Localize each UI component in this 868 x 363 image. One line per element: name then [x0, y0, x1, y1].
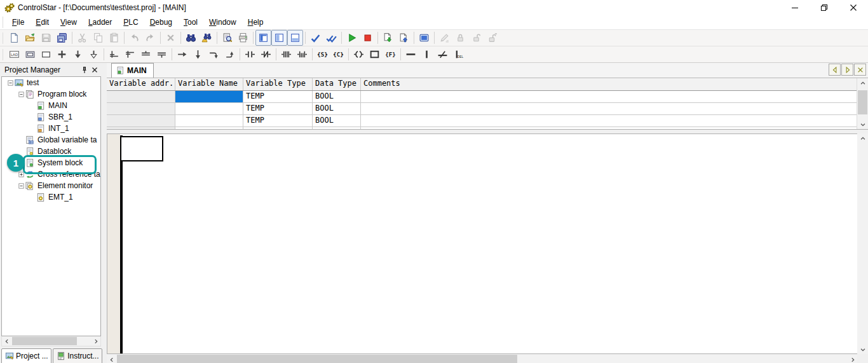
compile-all-button[interactable]	[323, 30, 339, 46]
expander-plus-icon[interactable]	[18, 171, 25, 178]
table-cell[interactable]: BOOL	[313, 103, 361, 114]
menu-tool[interactable]: Tool	[178, 15, 203, 29]
tree-item-global-variable-ta[interactable]: Global variable ta	[2, 134, 100, 146]
empty-cell-button[interactable]	[38, 46, 54, 62]
upload-from-plc-button[interactable]	[396, 30, 412, 46]
panel-tab-project[interactable]: Project ...	[1, 348, 51, 363]
compile-button[interactable]	[308, 30, 323, 46]
project-tree-hscrollbar[interactable]	[1, 336, 101, 346]
tree-item-element-monitor[interactable]: Element monitor	[2, 180, 100, 191]
stop-button[interactable]	[360, 30, 376, 46]
menu-help[interactable]: Help	[242, 15, 269, 29]
table-cell[interactable]: BOOL	[313, 115, 361, 127]
table-cell[interactable]	[175, 91, 243, 102]
vscroll-thumb[interactable]	[858, 90, 867, 114]
branch-right-down-button[interactable]	[206, 46, 222, 62]
rung-insert-below-button[interactable]	[122, 46, 138, 62]
tab-prev-button[interactable]	[829, 64, 841, 76]
ladder-vscrollbar[interactable]	[857, 134, 868, 354]
ladder-canvas[interactable]	[107, 134, 857, 354]
print-button[interactable]	[235, 30, 251, 46]
variable-table-vscrollbar[interactable]	[857, 78, 868, 129]
open-file-button[interactable]	[22, 30, 38, 46]
table-cell[interactable]	[107, 115, 175, 127]
element-monitor-button[interactable]	[416, 30, 432, 46]
expander-minus-icon[interactable]	[18, 182, 25, 189]
table-cell[interactable]	[361, 91, 857, 102]
table-cell[interactable]	[243, 127, 313, 130]
scroll-left-icon[interactable]	[2, 336, 11, 346]
paste-button[interactable]	[106, 30, 122, 46]
lock-button[interactable]	[452, 30, 468, 46]
tab-main[interactable]: MAIN	[111, 63, 154, 78]
tree-item-main[interactable]: MAIN	[2, 100, 100, 111]
extend-down-button[interactable]	[190, 46, 206, 62]
download-to-plc-button[interactable]	[380, 30, 396, 46]
table-cell[interactable]	[361, 103, 857, 114]
menu-view[interactable]: View	[55, 15, 83, 29]
scroll-down-icon[interactable]	[857, 345, 868, 354]
tree-item-program-block[interactable]: Program block	[2, 88, 100, 100]
save-all-button[interactable]	[54, 30, 70, 46]
rung-merge-button[interactable]	[154, 46, 170, 62]
restore-button[interactable]	[810, 0, 839, 15]
append-row-button[interactable]	[86, 46, 102, 62]
save-button[interactable]	[38, 30, 54, 46]
contact-positive-button[interactable]	[278, 46, 294, 62]
tree-item-int-1[interactable]: INT_1	[2, 123, 100, 134]
rung-delete-button[interactable]	[138, 46, 154, 62]
view-project-window-button[interactable]	[255, 30, 271, 46]
table-cell[interactable]: TEMP	[243, 115, 313, 127]
insert-cell-button[interactable]	[54, 46, 70, 62]
tab-next-button[interactable]	[841, 64, 853, 76]
delete-line-button[interactable]	[435, 46, 451, 62]
tree-item-test[interactable]: test	[2, 77, 100, 88]
close-panel-button[interactable]	[90, 65, 100, 75]
table-cell[interactable]	[361, 115, 857, 127]
tree-item-emt-1[interactable]: EMT_1	[2, 191, 100, 203]
contact-no-button[interactable]	[242, 46, 258, 62]
reset-coil-button[interactable]: {C}	[330, 46, 346, 62]
delete-v-line-button[interactable]: DEL	[451, 46, 466, 62]
undo-button[interactable]	[126, 30, 142, 46]
menu-debug[interactable]: Debug	[144, 15, 178, 29]
extend-right-button[interactable]	[174, 46, 190, 62]
print-preview-button[interactable]	[219, 30, 235, 46]
insert-row-down-button[interactable]	[70, 46, 86, 62]
menu-edit[interactable]: Edit	[30, 15, 55, 29]
table-cell[interactable]	[313, 127, 361, 130]
table-cell[interactable]	[107, 103, 175, 114]
table-cell[interactable]: TEMP	[243, 103, 313, 114]
view-variable-window-button[interactable]	[271, 30, 287, 46]
table-cell[interactable]	[175, 127, 243, 130]
scroll-up-icon[interactable]	[857, 134, 868, 143]
coil-button[interactable]	[351, 46, 367, 62]
table-cell[interactable]	[175, 115, 243, 127]
scroll-up-icon[interactable]	[857, 78, 868, 88]
cut-button[interactable]	[74, 30, 90, 46]
new-file-button[interactable]	[6, 30, 22, 46]
table-cell[interactable]	[361, 127, 857, 130]
table-cell[interactable]: TEMP	[243, 91, 313, 102]
hscroll-thumb[interactable]	[12, 337, 77, 345]
ladder-selection-cursor[interactable]	[120, 136, 163, 161]
v-line-button[interactable]	[419, 46, 435, 62]
tree-item-sbr-1[interactable]: SBR_1	[2, 111, 100, 123]
scroll-right-icon[interactable]	[848, 354, 857, 363]
menu-window[interactable]: Window	[203, 15, 242, 29]
scroll-down-icon[interactable]	[857, 120, 868, 129]
network-box-button[interactable]	[22, 46, 38, 62]
edit-mode-button[interactable]	[437, 30, 452, 46]
h-line-button[interactable]	[403, 46, 419, 62]
unlock-button[interactable]	[468, 30, 484, 46]
lad-view-button[interactable]: LAD	[6, 46, 22, 62]
instruction-box-button[interactable]	[367, 46, 383, 62]
panel-tab-instruct[interactable]: Instruct...	[53, 348, 102, 363]
view-output-window-button[interactable]	[287, 30, 303, 46]
redo-button[interactable]	[142, 30, 158, 46]
minimize-button[interactable]	[780, 0, 810, 15]
hscroll-thumb[interactable]	[117, 355, 517, 363]
expander-minus-icon[interactable]	[7, 79, 14, 86]
panel-splitter[interactable]	[102, 63, 107, 363]
branch-up-right-button[interactable]	[222, 46, 238, 62]
